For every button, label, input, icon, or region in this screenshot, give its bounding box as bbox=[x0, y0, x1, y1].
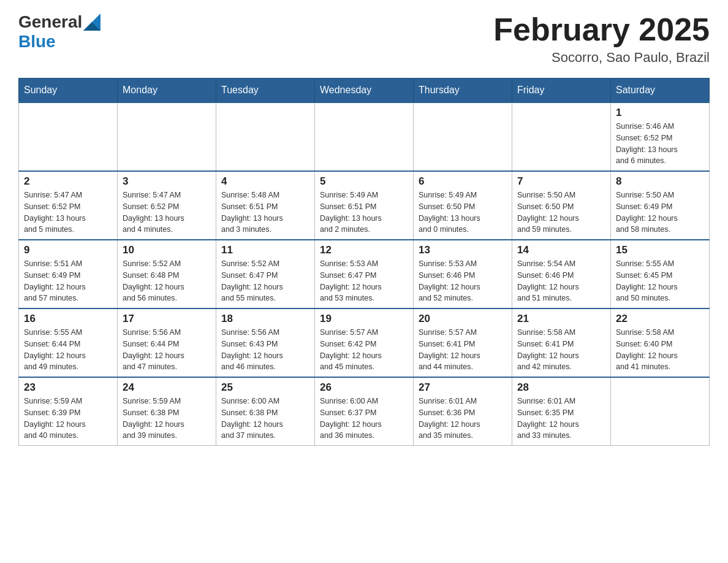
day-info: Sunrise: 6:00 AM Sunset: 6:37 PM Dayligh… bbox=[320, 396, 408, 442]
weekday-header-monday: Monday bbox=[118, 79, 216, 103]
calendar-cell: 25Sunrise: 6:00 AM Sunset: 6:38 PM Dayli… bbox=[216, 377, 315, 446]
logo-blue-text: Blue bbox=[18, 32, 56, 52]
day-number: 5 bbox=[320, 175, 408, 188]
day-info: Sunrise: 5:48 AM Sunset: 6:51 PM Dayligh… bbox=[221, 190, 309, 236]
day-number: 21 bbox=[517, 313, 605, 325]
day-info: Sunrise: 5:51 AM Sunset: 6:49 PM Dayligh… bbox=[24, 258, 112, 304]
day-info: Sunrise: 5:47 AM Sunset: 6:52 PM Dayligh… bbox=[24, 190, 112, 236]
day-info: Sunrise: 5:56 AM Sunset: 6:44 PM Dayligh… bbox=[123, 327, 211, 373]
day-info: Sunrise: 5:49 AM Sunset: 6:51 PM Dayligh… bbox=[320, 190, 408, 236]
day-info: Sunrise: 6:01 AM Sunset: 6:36 PM Dayligh… bbox=[419, 396, 507, 442]
calendar-cell: 13Sunrise: 5:53 AM Sunset: 6:46 PM Dayli… bbox=[414, 240, 512, 308]
day-info: Sunrise: 6:01 AM Sunset: 6:35 PM Dayligh… bbox=[517, 396, 605, 442]
day-info: Sunrise: 5:54 AM Sunset: 6:46 PM Dayligh… bbox=[517, 258, 605, 304]
day-number: 6 bbox=[419, 175, 507, 188]
day-info: Sunrise: 5:47 AM Sunset: 6:52 PM Dayligh… bbox=[123, 190, 211, 236]
day-number: 1 bbox=[616, 107, 704, 119]
calendar-cell: 7Sunrise: 5:50 AM Sunset: 6:50 PM Daylig… bbox=[512, 171, 611, 240]
day-number: 24 bbox=[123, 381, 211, 394]
day-info: Sunrise: 5:52 AM Sunset: 6:47 PM Dayligh… bbox=[221, 258, 309, 304]
day-info: Sunrise: 5:55 AM Sunset: 6:44 PM Dayligh… bbox=[24, 327, 112, 373]
calendar-cell: 28Sunrise: 6:01 AM Sunset: 6:35 PM Dayli… bbox=[512, 377, 611, 446]
calendar-cell: 16Sunrise: 5:55 AM Sunset: 6:44 PM Dayli… bbox=[19, 308, 118, 377]
day-info: Sunrise: 5:57 AM Sunset: 6:42 PM Dayligh… bbox=[320, 327, 408, 373]
calendar-cell bbox=[315, 102, 414, 171]
calendar-cell: 21Sunrise: 5:58 AM Sunset: 6:41 PM Dayli… bbox=[512, 308, 611, 377]
day-info: Sunrise: 5:50 AM Sunset: 6:50 PM Dayligh… bbox=[517, 190, 605, 236]
day-number: 9 bbox=[24, 244, 112, 256]
week-row-4: 16Sunrise: 5:55 AM Sunset: 6:44 PM Dayli… bbox=[19, 308, 710, 377]
week-row-5: 23Sunrise: 5:59 AM Sunset: 6:39 PM Dayli… bbox=[19, 377, 710, 446]
calendar-cell: 23Sunrise: 5:59 AM Sunset: 6:39 PM Dayli… bbox=[19, 377, 118, 446]
day-info: Sunrise: 5:59 AM Sunset: 6:38 PM Dayligh… bbox=[123, 396, 211, 442]
title-section: February 2025 Socorro, Sao Paulo, Brazil bbox=[493, 12, 710, 66]
day-number: 8 bbox=[616, 175, 704, 188]
day-number: 16 bbox=[24, 313, 112, 325]
weekday-header-thursday: Thursday bbox=[414, 79, 512, 103]
day-number: 28 bbox=[517, 381, 605, 394]
calendar-cell: 6Sunrise: 5:49 AM Sunset: 6:50 PM Daylig… bbox=[414, 171, 512, 240]
weekday-header-friday: Friday bbox=[512, 79, 611, 103]
calendar-cell: 26Sunrise: 6:00 AM Sunset: 6:37 PM Dayli… bbox=[315, 377, 414, 446]
calendar-cell bbox=[611, 377, 710, 446]
day-info: Sunrise: 5:52 AM Sunset: 6:48 PM Dayligh… bbox=[123, 258, 211, 304]
day-number: 26 bbox=[320, 381, 408, 394]
day-number: 13 bbox=[419, 244, 507, 256]
calendar-cell: 12Sunrise: 5:53 AM Sunset: 6:47 PM Dayli… bbox=[315, 240, 414, 308]
day-number: 19 bbox=[320, 313, 408, 325]
day-number: 23 bbox=[24, 381, 112, 394]
week-row-1: 1Sunrise: 5:46 AM Sunset: 6:52 PM Daylig… bbox=[19, 102, 710, 171]
calendar-cell bbox=[19, 102, 118, 171]
day-number: 18 bbox=[221, 313, 309, 325]
day-info: Sunrise: 5:53 AM Sunset: 6:46 PM Dayligh… bbox=[419, 258, 507, 304]
page-header: General Blue February 2025 Socorro, Sao … bbox=[18, 12, 710, 66]
day-number: 11 bbox=[221, 244, 309, 256]
day-info: Sunrise: 5:57 AM Sunset: 6:41 PM Dayligh… bbox=[419, 327, 507, 373]
week-row-2: 2Sunrise: 5:47 AM Sunset: 6:52 PM Daylig… bbox=[19, 171, 710, 240]
day-info: Sunrise: 5:49 AM Sunset: 6:50 PM Dayligh… bbox=[419, 190, 507, 236]
day-info: Sunrise: 5:55 AM Sunset: 6:45 PM Dayligh… bbox=[616, 258, 704, 304]
day-number: 2 bbox=[24, 175, 112, 188]
calendar-cell: 15Sunrise: 5:55 AM Sunset: 6:45 PM Dayli… bbox=[611, 240, 710, 308]
calendar-cell: 20Sunrise: 5:57 AM Sunset: 6:41 PM Dayli… bbox=[414, 308, 512, 377]
day-number: 20 bbox=[419, 313, 507, 325]
weekday-header-row: SundayMondayTuesdayWednesdayThursdayFrid… bbox=[19, 79, 710, 103]
calendar-cell bbox=[414, 102, 512, 171]
calendar-cell: 10Sunrise: 5:52 AM Sunset: 6:48 PM Dayli… bbox=[118, 240, 216, 308]
logo: General Blue bbox=[18, 12, 102, 52]
day-info: Sunrise: 6:00 AM Sunset: 6:38 PM Dayligh… bbox=[221, 396, 309, 442]
logo-icon bbox=[83, 13, 100, 31]
day-info: Sunrise: 5:59 AM Sunset: 6:39 PM Dayligh… bbox=[24, 396, 112, 442]
month-year-title: February 2025 bbox=[493, 12, 710, 47]
calendar-cell: 11Sunrise: 5:52 AM Sunset: 6:47 PM Dayli… bbox=[216, 240, 315, 308]
logo-general-text: General bbox=[18, 12, 82, 32]
week-row-3: 9Sunrise: 5:51 AM Sunset: 6:49 PM Daylig… bbox=[19, 240, 710, 308]
day-number: 17 bbox=[123, 313, 211, 325]
day-number: 25 bbox=[221, 381, 309, 394]
calendar-cell: 19Sunrise: 5:57 AM Sunset: 6:42 PM Dayli… bbox=[315, 308, 414, 377]
calendar-cell: 2Sunrise: 5:47 AM Sunset: 6:52 PM Daylig… bbox=[19, 171, 118, 240]
day-info: Sunrise: 5:46 AM Sunset: 6:52 PM Dayligh… bbox=[616, 121, 704, 167]
calendar-cell: 1Sunrise: 5:46 AM Sunset: 6:52 PM Daylig… bbox=[611, 102, 710, 171]
calendar-cell bbox=[512, 102, 611, 171]
calendar-cell bbox=[118, 102, 216, 171]
calendar-cell: 9Sunrise: 5:51 AM Sunset: 6:49 PM Daylig… bbox=[19, 240, 118, 308]
day-number: 12 bbox=[320, 244, 408, 256]
day-info: Sunrise: 5:50 AM Sunset: 6:49 PM Dayligh… bbox=[616, 190, 704, 236]
weekday-header-wednesday: Wednesday bbox=[315, 79, 414, 103]
calendar-cell bbox=[216, 102, 315, 171]
calendar-cell: 4Sunrise: 5:48 AM Sunset: 6:51 PM Daylig… bbox=[216, 171, 315, 240]
day-number: 10 bbox=[123, 244, 211, 256]
day-number: 7 bbox=[517, 175, 605, 188]
calendar-cell: 17Sunrise: 5:56 AM Sunset: 6:44 PM Dayli… bbox=[118, 308, 216, 377]
day-number: 15 bbox=[616, 244, 704, 256]
day-number: 22 bbox=[616, 313, 704, 325]
location-subtitle: Socorro, Sao Paulo, Brazil bbox=[493, 50, 710, 66]
weekday-header-tuesday: Tuesday bbox=[216, 79, 315, 103]
calendar-cell: 22Sunrise: 5:58 AM Sunset: 6:40 PM Dayli… bbox=[611, 308, 710, 377]
weekday-header-sunday: Sunday bbox=[19, 79, 118, 103]
calendar-cell: 27Sunrise: 6:01 AM Sunset: 6:36 PM Dayli… bbox=[414, 377, 512, 446]
calendar-cell: 14Sunrise: 5:54 AM Sunset: 6:46 PM Dayli… bbox=[512, 240, 611, 308]
weekday-header-saturday: Saturday bbox=[611, 79, 710, 103]
calendar-cell: 24Sunrise: 5:59 AM Sunset: 6:38 PM Dayli… bbox=[118, 377, 216, 446]
